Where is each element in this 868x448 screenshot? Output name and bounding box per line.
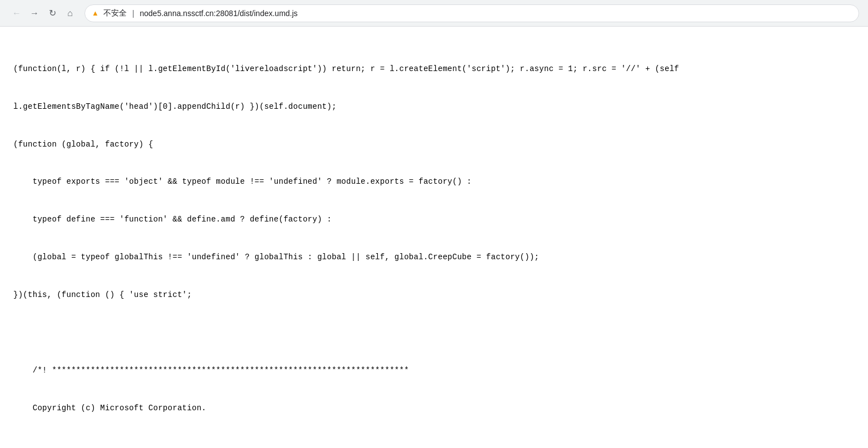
browser-chrome: ← → ↻ ⌂ ▲ 不安全 | node5.anna.nssctf.cn:280… — [0, 0, 868, 27]
code-line-7: })(this, (function () { 'use strict'; — [13, 289, 855, 301]
empty-line-1 — [13, 326, 855, 339]
security-text: 不安全 — [103, 8, 127, 18]
back-button[interactable]: ← — [9, 6, 24, 21]
code-line-3: (function (global, factory) { — [13, 138, 855, 151]
page-content: (function(l, r) { if (!l || l.getElement… — [0, 27, 868, 448]
copyright-line: Copyright (c) Microsoft Corporation. — [13, 402, 855, 415]
code-block: (function(l, r) { if (!l || l.getElement… — [13, 38, 855, 448]
nav-buttons: ← → ↻ ⌂ — [9, 6, 78, 21]
comment-line-1: /*! ************************************… — [13, 364, 855, 377]
empty-line-2 — [13, 440, 855, 448]
url-text: node5.anna.nssctf.cn:28081/dist/index.um… — [140, 9, 298, 18]
reload-button[interactable]: ↻ — [44, 6, 60, 21]
code-line-2: l.getElementsByTagName('head')[0].append… — [13, 100, 855, 113]
code-line-6: (global = typeof globalThis !== 'undefin… — [13, 251, 855, 264]
code-line-5: typeof define === 'function' && define.a… — [13, 213, 855, 226]
code-line-1: (function(l, r) { if (!l || l.getElement… — [13, 63, 855, 75]
forward-button[interactable]: → — [27, 6, 42, 21]
address-separator: | — [132, 9, 134, 18]
code-line-4: typeof exports === 'object' && typeof mo… — [13, 175, 855, 188]
security-warning-icon: ▲ — [92, 9, 99, 17]
home-button[interactable]: ⌂ — [62, 6, 78, 21]
address-bar[interactable]: ▲ 不安全 | node5.anna.nssctf.cn:28081/dist/… — [84, 4, 859, 22]
